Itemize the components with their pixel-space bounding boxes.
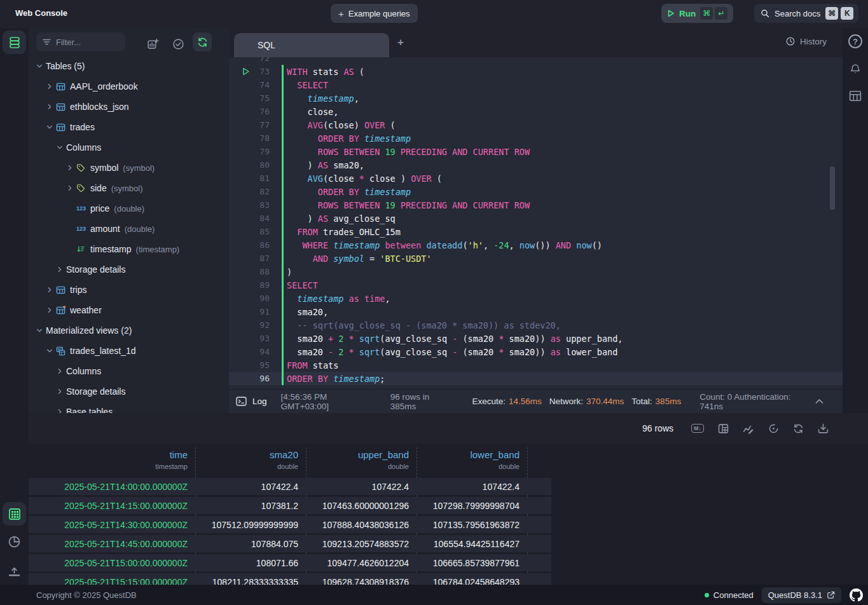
sql-editor[interactable]: 7273WITH stats AS (74 SELECT75 timestamp… [229, 57, 843, 389]
tree-item-trades-latest-1d[interactable]: trades_latest_1d [29, 341, 229, 361]
notifications-button[interactable] [843, 63, 868, 76]
code-line-75[interactable]: 75 timestamp, [229, 92, 843, 105]
code-line-83[interactable]: 83 ROWS BETWEEN 19 PRECEDING AND CURRENT… [229, 198, 843, 212]
table-cell[interactable]: 107298.79999998704 [417, 501, 527, 511]
import-button[interactable] [0, 564, 29, 578]
code-line-73[interactable]: 73WITH stats AS ( [229, 65, 843, 78]
code-line-79[interactable]: 79 ROWS BETWEEN 19 PRECEDING AND CURRENT… [229, 145, 843, 158]
table-cell[interactable]: 107512.09999999999 [195, 520, 306, 530]
run-button[interactable]: Run ⌘↵ [661, 4, 733, 23]
tree-item-side[interactable]: side(symbol) [29, 178, 229, 198]
refresh-schema-button[interactable] [193, 32, 212, 51]
filter-input[interactable] [56, 37, 113, 47]
code-line-88[interactable]: 88) [229, 265, 843, 278]
editor-scrollbar[interactable] [830, 167, 835, 210]
code-line-84[interactable]: 84 ) AS avg_close_sq [229, 212, 843, 225]
copy-markdown-button[interactable]: M↓ [691, 424, 704, 433]
tree-item-symbol[interactable]: symbol(symbol) [29, 158, 229, 178]
table-cell[interactable]: 108071.66 [195, 558, 306, 568]
refresh-result-button[interactable] [793, 423, 804, 434]
chevron-down-icon[interactable] [36, 327, 46, 334]
chevron-right-icon[interactable] [67, 165, 76, 171]
table-cell[interactable]: 107381.2 [195, 501, 306, 511]
table-cell[interactable]: 109477.4626012204 [306, 558, 417, 568]
table-cell[interactable]: 106784.02458648293 [417, 577, 527, 585]
history-button[interactable]: History [785, 36, 827, 46]
download-result-button[interactable] [818, 423, 829, 434]
tree-item-trips[interactable]: trips [29, 280, 229, 300]
chevron-right-icon[interactable] [57, 409, 66, 413]
tables-panel-button[interactable] [3, 31, 26, 54]
code-line-77[interactable]: 77 AVG(close) OVER ( [229, 118, 843, 132]
code-line-87[interactable]: 87 AND symbol = 'BTC-USDT' [229, 252, 843, 265]
chevron-right-icon[interactable] [46, 287, 56, 293]
table-cell[interactable]: 2025-05-21T15:00:00.000000Z [29, 558, 195, 568]
table-cell[interactable]: 107888.40438036126 [306, 520, 417, 530]
tree-item-columns[interactable]: Columns [29, 361, 229, 381]
code-line-89[interactable]: 89SELECT [229, 278, 843, 292]
schema-filter[interactable] [36, 32, 125, 51]
new-tab-button[interactable]: + [397, 36, 404, 49]
tree-item-ethblocks-json[interactable]: ethblocks_json [29, 97, 229, 117]
code-line-86[interactable]: 86 WHERE timestamp between dateadd('h', … [229, 238, 843, 252]
code-line-90[interactable]: 90 timestamp as time, [229, 292, 843, 305]
code-line-80[interactable]: 80 ) AS sma20, [229, 158, 843, 172]
column-header-time[interactable]: timetimestamp [29, 449, 195, 470]
column-header-upper_band[interactable]: upper_banddouble [306, 449, 417, 470]
code-line-94[interactable]: 94 sma20 - 2 * sqrt(avg_close_sq - (sma2… [229, 345, 843, 358]
chevron-right-icon[interactable] [57, 368, 66, 374]
table-cell[interactable]: 106665.85739877961 [417, 558, 527, 568]
chevron-down-icon[interactable] [57, 144, 66, 151]
code-line-78[interactable]: 78 ORDER BY timestamp [229, 132, 843, 145]
create-table-panel-button[interactable] [843, 90, 868, 102]
column-header-sma20[interactable]: sma20double [195, 449, 306, 470]
table-cell[interactable]: 109628.74308918376 [306, 577, 417, 585]
table-cell[interactable]: 2025-05-21T14:15:00.000000Z [29, 501, 195, 511]
code-line-96[interactable]: 96ORDER BY timestamp; [229, 372, 843, 385]
tree-item-base-tables[interactable]: Base tables [29, 402, 229, 413]
toggle-layout-button[interactable] [718, 423, 729, 434]
code-line-76[interactable]: 76 close, [229, 105, 843, 118]
table-cell[interactable]: 2025-05-21T14:00:00.000000Z [29, 482, 195, 492]
table-cell[interactable]: 109213.20574883572 [306, 539, 417, 549]
tree-item-amount[interactable]: 123amount(double) [29, 219, 229, 239]
example-queries-button[interactable]: + Example queries [331, 4, 418, 23]
chevron-right-icon[interactable] [57, 266, 66, 273]
tree-item-price[interactable]: 123price(double) [29, 198, 229, 219]
tree-item-storage-details[interactable]: Storage details [29, 259, 229, 280]
code-line-74[interactable]: 74 SELECT [229, 78, 843, 92]
chevron-down-icon[interactable] [46, 124, 56, 130]
chevron-right-icon[interactable] [46, 307, 56, 313]
draw-chart-button[interactable] [743, 423, 754, 434]
tree-item-aapl-orderbook[interactable]: AAPL_orderbook [29, 76, 229, 97]
chevron-right-icon[interactable] [46, 83, 56, 90]
code-line-91[interactable]: 91 sma20, [229, 305, 843, 318]
chevron-right-icon[interactable] [67, 185, 76, 191]
code-line-85[interactable]: 85 FROM trades_OHLC_15m [229, 225, 843, 238]
code-line-82[interactable]: 82 ORDER BY timestamp [229, 185, 843, 198]
tab-sql[interactable]: SQL [234, 33, 389, 57]
code-line-93[interactable]: 93 sma20 + 2 * sqrt(avg_close_sq - (sma2… [229, 332, 843, 345]
tree-item-columns[interactable]: Columns [29, 137, 229, 158]
table-cell[interactable]: 2025-05-21T14:45:00.000000Z [29, 539, 195, 549]
code-line-95[interactable]: 95FROM stats [229, 358, 843, 372]
tree-item-trades[interactable]: trades [29, 117, 229, 137]
run-query-gutter-icon[interactable] [242, 67, 250, 76]
table-cell[interactable]: 107422.4 [306, 482, 417, 492]
table-cell[interactable]: 107422.4 [417, 482, 527, 492]
tree-item-storage-details[interactable]: Storage details [29, 381, 229, 402]
tree-item-materialized-views-2-[interactable]: Materialized views (2) [29, 320, 229, 341]
collapse-log-button[interactable] [815, 398, 823, 404]
table-cell[interactable]: 2025-05-21T14:30:00.000000Z [29, 520, 195, 530]
table-cell[interactable]: 107463.60000001296 [306, 501, 417, 511]
code-line-92[interactable]: 92 -- sqrt(avg_close_sq - (sma20 * sma20… [229, 318, 843, 332]
tree-item-timestamp[interactable]: timestamp(timestamp) [29, 239, 229, 259]
table-cell[interactable]: 108211.28333333335 [195, 577, 306, 585]
tree-item-tables-5-[interactable]: Tables (5) [29, 56, 229, 76]
version-link[interactable]: QuestDB 8.3.1 [762, 587, 841, 603]
table-cell[interactable]: 106554.94425116427 [417, 539, 527, 549]
table-cell[interactable]: 107422.4 [195, 482, 306, 492]
table-cell[interactable]: 2025-05-21T15:15:00.000000Z [29, 577, 195, 585]
help-button[interactable]: ? [843, 34, 868, 48]
chevron-down-icon[interactable] [46, 348, 56, 354]
